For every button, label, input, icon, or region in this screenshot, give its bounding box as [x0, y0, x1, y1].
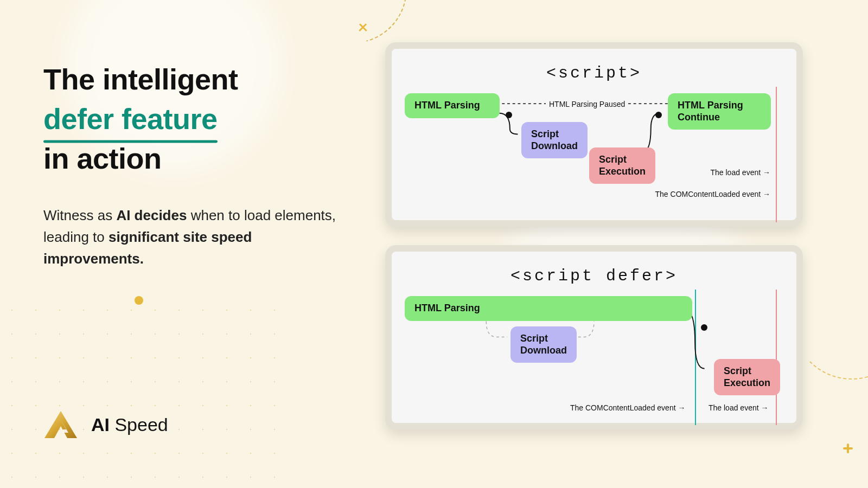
brand: AI Speed: [43, 410, 168, 439]
label-dom-event: The COMContentLoaded event: [570, 403, 685, 412]
pill-script-execution: Script Execution: [589, 147, 655, 184]
headline: The intelligent defer feature in action: [43, 60, 336, 178]
brand-name: AI Speed: [91, 414, 168, 435]
brand-logo-icon: [43, 410, 78, 439]
headline-highlight: defer feature: [43, 99, 218, 139]
label-parsing-paused: HTML Parsing Paused: [546, 100, 628, 108]
diagram-script: HTML Parsing HTML Parsing Paused Script …: [405, 92, 783, 217]
plus-icon: [843, 444, 853, 453]
pill-html-parsing: HTML Parsing: [405, 296, 692, 321]
subtext-part: Witness as: [43, 207, 116, 223]
subtext-bold: AI decides: [116, 207, 187, 223]
hero-text: The intelligent defer feature in action …: [43, 60, 336, 270]
label-load-event: The load event: [709, 403, 769, 412]
diagram-defer: HTML Parsing Script Download Script Exec…: [405, 295, 783, 420]
pill-html-parsing: HTML Parsing: [405, 93, 500, 118]
diagram-cards: <script> HTML Parsing HTML Parsing Pause…: [385, 42, 803, 429]
subheadline: Witness as AI decides when to load eleme…: [43, 204, 336, 270]
pill-html-parsing-continue: HTML Parsing Continue: [668, 93, 771, 130]
card-script-defer: <script defer> HTML Parsing Script Downl…: [385, 245, 803, 429]
accent-dot: [135, 296, 143, 305]
card-title: <script>: [405, 64, 783, 82]
dashed-arc-decoration: [792, 260, 868, 380]
brand-name-bold: AI: [91, 414, 110, 435]
label-dom-event: The COMContentLoaded event: [655, 190, 770, 198]
card-title: <script defer>: [405, 267, 783, 285]
pill-script-download: Script Download: [510, 326, 577, 363]
headline-line2: in action: [43, 142, 162, 175]
pill-script-execution: Script Execution: [714, 359, 780, 395]
card-script: <script> HTML Parsing HTML Parsing Pause…: [385, 42, 803, 227]
label-load-event: The load event: [710, 168, 770, 177]
connector-dot: [506, 112, 512, 118]
brand-name-rest: Speed: [110, 414, 168, 435]
connector-dot: [655, 112, 662, 118]
headline-line1: The intelligent: [43, 63, 238, 95]
dot-grid-decoration: [0, 298, 282, 488]
pill-script-download: Script Download: [521, 122, 588, 158]
connector-dot: [701, 324, 707, 331]
